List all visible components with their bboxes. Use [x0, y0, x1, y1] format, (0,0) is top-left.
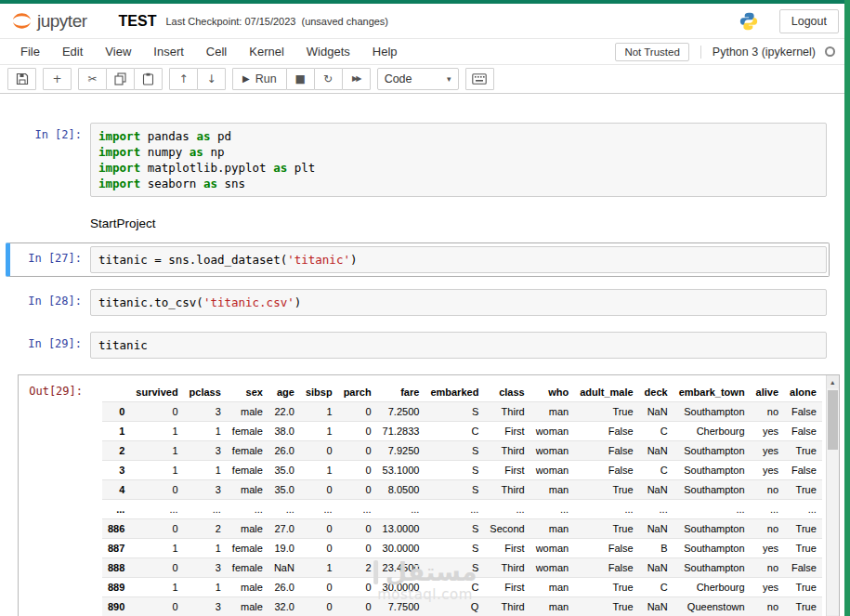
table-cell: woman — [530, 539, 574, 558]
cell-type-dropdown[interactable]: Code ▾ — [377, 68, 459, 90]
row-index: 887 — [102, 539, 130, 558]
table-cell: 0 — [300, 578, 338, 597]
table-cell: First — [484, 578, 530, 597]
column-header: class — [484, 383, 530, 402]
table-cell: 0 — [338, 422, 377, 441]
save-button[interactable] — [7, 68, 36, 90]
save-icon — [16, 72, 29, 85]
interrupt-kernel-button[interactable]: ■ — [286, 68, 315, 90]
table-cell: NaN — [268, 558, 300, 578]
menu-item-cell[interactable]: Cell — [195, 40, 238, 63]
table-cell: ... — [574, 500, 638, 519]
table-cell: Third — [484, 441, 530, 461]
run-button[interactable]: ▶ Run — [232, 68, 287, 90]
menu-item-view[interactable]: View — [94, 40, 142, 63]
restart-run-all-button[interactable]: ▶▶ — [342, 68, 371, 90]
menu-item-file[interactable]: File — [9, 40, 51, 63]
column-header: adult_male — [574, 383, 638, 402]
code-input[interactable]: titanic.to_csv('titanic.csv') — [90, 289, 827, 316]
markdown-prompt-spacer — [12, 213, 90, 218]
table-cell: no — [751, 402, 784, 422]
menu-item-edit[interactable]: Edit — [51, 40, 94, 63]
table-cell: female — [227, 441, 268, 461]
trust-indicator[interactable]: Not Trusted — [615, 43, 688, 61]
command-palette-button[interactable] — [465, 68, 494, 90]
table-cell: 13.0000 — [377, 519, 425, 539]
table-cell: female — [227, 461, 268, 480]
column-header: alive — [751, 383, 784, 402]
code-cell-in-2[interactable]: In [2]: import pandas as pdimport numpy … — [6, 119, 830, 201]
row-index: 1 — [102, 422, 130, 441]
copy-icon — [114, 72, 126, 85]
table-cell: no — [751, 558, 784, 578]
table-cell: yes — [751, 422, 784, 441]
table-cell: Southampton — [673, 558, 751, 578]
table-cell: 1 — [130, 441, 183, 461]
table-cell: 0 — [130, 558, 183, 578]
kernel-name: Python 3 (ipykernel) — [713, 46, 816, 59]
table-cell: S — [425, 480, 484, 500]
table-cell: 0 — [130, 480, 183, 500]
table-cell: male — [227, 402, 268, 422]
code-input[interactable]: titanic = sns.load_dataset('titanic') — [90, 246, 827, 273]
table-header-row: survivedpclasssexagesibspparchfareembark… — [102, 383, 822, 402]
scroll-up-icon[interactable]: ▲ — [827, 375, 839, 388]
table-cell: True — [574, 578, 638, 597]
index-header — [102, 383, 130, 402]
code-line: import pandas as pd — [98, 128, 818, 144]
row-index: ... — [102, 500, 130, 519]
table-row: 003male22.0107.2500SThirdmanTrueNaNSouth… — [102, 402, 822, 422]
table-cell: S — [425, 558, 484, 578]
table-cell: yes — [751, 578, 784, 597]
notebook-title[interactable]: TEST — [119, 13, 157, 30]
code-cell-in-29[interactable]: In [29]: titanic — [6, 328, 830, 362]
add-cell-button[interactable]: + — [43, 68, 72, 90]
logout-button[interactable]: Logout — [779, 9, 839, 33]
markdown-text: StartProject — [90, 213, 156, 230]
autosave-status: (unsaved changes) — [301, 16, 388, 27]
table-cell: man — [530, 578, 574, 597]
copy-cell-button[interactable] — [106, 68, 135, 90]
code-input[interactable]: titanic — [90, 332, 827, 359]
play-icon: ▶ — [242, 74, 250, 84]
column-header: parch — [338, 383, 377, 402]
code-cell-in-27-selected[interactable]: In [27]: titanic = sns.load_dataset('tit… — [6, 242, 830, 277]
table-cell: no — [751, 480, 784, 500]
input-prompt: In [2]: — [12, 123, 90, 141]
scrollbar-track[interactable] — [827, 388, 839, 615]
table-cell: C — [425, 578, 484, 597]
cut-cell-button[interactable]: ✂ — [78, 68, 107, 90]
table-cell: Third — [484, 480, 530, 500]
code-cell-in-28[interactable]: In [28]: titanic.to_csv('titanic.csv') — [6, 285, 830, 320]
table-row: 311female35.01053.1000SFirstwomanFalseCS… — [102, 461, 822, 480]
table-cell: 0 — [300, 441, 338, 461]
table-cell: ... — [268, 500, 300, 519]
table-cell: 8.0500 — [377, 480, 425, 500]
table-cell: True — [784, 480, 822, 500]
kernel-indicator: Python 3 (ipykernel) — [700, 46, 835, 59]
table-cell: First — [484, 461, 530, 480]
move-cell-down-button[interactable]: ↓ — [197, 68, 226, 90]
paste-cell-button[interactable] — [134, 68, 163, 90]
menu-item-kernel[interactable]: Kernel — [238, 40, 295, 63]
menu-item-help[interactable]: Help — [361, 40, 409, 63]
python-logo-icon — [739, 11, 759, 32]
table-cell: False — [574, 422, 638, 441]
markdown-cell[interactable]: StartProject — [6, 209, 830, 234]
menu-item-widgets[interactable]: Widgets — [295, 40, 361, 63]
row-index: 0 — [102, 402, 130, 422]
table-cell: 0 — [338, 578, 377, 597]
jupyter-logo[interactable]: jupyter — [11, 10, 87, 32]
code-input[interactable]: import pandas as pdimport numpy as npimp… — [90, 123, 827, 197]
recording-border-top — [0, 0, 850, 4]
jupyter-logo-text: jupyter — [37, 11, 87, 32]
move-cell-up-button[interactable]: ↑ — [169, 68, 198, 90]
input-prompt: In [27]: — [12, 246, 90, 265]
restart-kernel-button[interactable]: ↻ — [314, 68, 343, 90]
table-cell: 26.0 — [268, 441, 300, 461]
table-cell: C — [639, 461, 673, 480]
output-scrollbar[interactable]: ▲ ▼ — [826, 375, 839, 616]
scrollbar-thumb[interactable] — [828, 390, 838, 450]
fast-forward-icon: ▶▶ — [352, 75, 360, 83]
menu-item-insert[interactable]: Insert — [142, 40, 195, 63]
